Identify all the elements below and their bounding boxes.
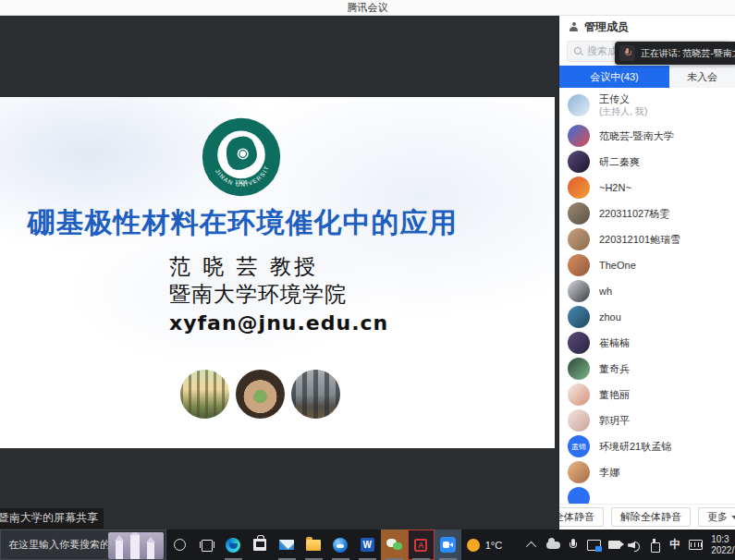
- member-row[interactable]: zhou: [559, 304, 735, 330]
- tencent-meeting-icon: [440, 537, 456, 553]
- file-explorer-icon: [306, 540, 321, 551]
- screen-share-label: 暨南大学的屏幕共享: [0, 508, 104, 529]
- member-row[interactable]: TheOne: [559, 252, 735, 278]
- task-view-button[interactable]: [193, 530, 220, 560]
- member-avatar: [568, 383, 590, 406]
- cortana-button[interactable]: [166, 530, 193, 560]
- weather-temperature: 1°C: [485, 540, 502, 551]
- member-avatar: 孟锦: [568, 435, 590, 457]
- manage-members-panel: 管理成员 搜索成员 正在讲话: 范晓芸-暨南大学 会议中(43) 未入会 王传义…: [558, 16, 735, 530]
- member-tabs: 会议中(43) 未入会: [559, 66, 735, 88]
- member-row[interactable]: wh: [559, 278, 735, 304]
- mute-all-button[interactable]: 全体静音: [558, 507, 604, 527]
- member-name: 崔楠楠: [599, 337, 630, 349]
- store-button[interactable]: [247, 530, 274, 560]
- cloud-icon: [546, 541, 560, 549]
- member-row[interactable]: 研二秦爽: [559, 149, 735, 175]
- taskbar-search-box[interactable]: 在这里输入你要搜索的内容: [0, 530, 166, 560]
- more-button[interactable]: 更多: [698, 507, 735, 527]
- cortana-icon: [174, 539, 186, 551]
- shared-screen-area: 1906 JINAN UNIVERSITY 硼基极性材料在环境催化中的应用 范 …: [0, 16, 558, 530]
- clock-time: 10:3: [711, 534, 735, 545]
- netdisk-icon: [333, 538, 348, 553]
- touch-keyboard-button[interactable]: [685, 530, 705, 560]
- member-row[interactable]: [559, 485, 735, 504]
- hands-seedling-photo: [236, 370, 285, 419]
- ime-label: 中: [669, 537, 680, 553]
- tray-usb-button[interactable]: [644, 530, 665, 560]
- touch-keyboard-icon: [689, 540, 703, 550]
- member-avatar: [568, 228, 590, 250]
- member-avatar: [568, 202, 590, 225]
- edge-button[interactable]: [220, 530, 247, 560]
- member-list[interactable]: 王传义 (主持人, 我) 范晓芸-暨南大学 研二秦爽 ~H2N~ 2203110…: [559, 88, 735, 504]
- presenter-block: 范 晓 芸 教授 暨南大学环境学院 xyfan@jnu.edu.cn: [169, 252, 388, 339]
- unmute-all-button[interactable]: 解除全体静音: [611, 507, 691, 527]
- member-row[interactable]: 董奇兵: [559, 356, 735, 382]
- ime-indicator[interactable]: 中: [665, 530, 685, 560]
- member-row[interactable]: 崔楠楠: [559, 330, 735, 356]
- member-name: 220312101鲍瑞雪: [599, 234, 680, 246]
- member-row[interactable]: 郭玥平: [559, 408, 735, 433]
- acrobat-icon: A: [414, 539, 427, 552]
- member-name: 郭玥平: [599, 415, 630, 427]
- taskbar-clock[interactable]: 10:3 2022/: [711, 530, 735, 560]
- wechat-icon: [386, 539, 402, 552]
- word-button[interactable]: W: [354, 530, 381, 560]
- speaking-mic-icon: [619, 45, 635, 61]
- netdisk-button[interactable]: [327, 530, 354, 560]
- usb-icon: [651, 539, 659, 551]
- member-row[interactable]: 李娜: [559, 459, 735, 485]
- mail-icon: [279, 540, 294, 550]
- acrobat-button[interactable]: A: [408, 530, 435, 560]
- member-name: 研二秦爽: [599, 156, 640, 168]
- member-row[interactable]: 王传义 (主持人, 我): [559, 88, 735, 123]
- window-titlebar: 腾讯会议: [0, 0, 735, 16]
- tencent-meeting-button[interactable]: [435, 530, 461, 560]
- camera-icon: [608, 541, 620, 549]
- tray-expand-button[interactable]: [522, 530, 543, 560]
- member-role: (主持人, 我): [599, 105, 647, 117]
- member-avatar: [568, 280, 590, 302]
- member-avatar: [568, 409, 590, 432]
- member-row[interactable]: 220312101鲍瑞雪: [559, 226, 735, 252]
- manage-members-icon: [569, 22, 579, 32]
- member-avatar: [568, 125, 590, 147]
- member-row[interactable]: 董艳丽: [559, 382, 735, 408]
- more-caret-icon: [731, 516, 735, 519]
- tray-cast-button[interactable]: [583, 530, 604, 560]
- member-name: 范晓芸-暨南大学: [599, 130, 674, 142]
- panel-footer: 全体静音 解除全体静音 更多: [559, 504, 735, 530]
- member-row[interactable]: 220311027杨雯: [559, 201, 735, 226]
- slide-title: 硼基极性材料在环境催化中的应用: [0, 204, 484, 242]
- member-row[interactable]: 范晓芸-暨南大学: [559, 123, 735, 149]
- member-name: 环境研21耿孟锦: [599, 441, 671, 453]
- screen-cast-icon: [587, 540, 601, 551]
- presenter-email: xyfan@jnu.edu.cn: [169, 308, 388, 339]
- task-view-icon: [200, 540, 213, 550]
- member-row[interactable]: ~H2N~: [559, 175, 735, 201]
- member-row[interactable]: 孟锦 环境研21耿孟锦: [559, 433, 735, 459]
- member-name: TheOne: [599, 260, 636, 272]
- mail-button[interactable]: [274, 530, 300, 560]
- volume-icon: [628, 540, 641, 551]
- member-avatar: [568, 94, 590, 116]
- search-highlight-image: [108, 532, 164, 559]
- tray-camera-button[interactable]: [604, 530, 624, 560]
- tray-mic-button[interactable]: [563, 530, 583, 560]
- more-button-label: 更多: [707, 510, 728, 524]
- member-name: 王传义: [599, 93, 647, 105]
- tab-not-joined[interactable]: 未入会: [669, 66, 735, 88]
- file-explorer-button[interactable]: [300, 530, 327, 560]
- tab-in-meeting[interactable]: 会议中(43): [559, 66, 669, 88]
- member-avatar: [568, 254, 590, 276]
- window-title: 腾讯会议: [348, 1, 388, 15]
- wechat-button[interactable]: [381, 530, 408, 560]
- weather-widget[interactable]: 1°C: [461, 530, 509, 560]
- clock-date: 2022/: [711, 545, 735, 556]
- tray-volume-button[interactable]: [624, 530, 644, 560]
- tray-cloud-button[interactable]: [543, 530, 563, 560]
- member-name: 220311027杨雯: [599, 208, 669, 220]
- store-icon: [253, 539, 266, 551]
- edge-icon: [226, 538, 240, 553]
